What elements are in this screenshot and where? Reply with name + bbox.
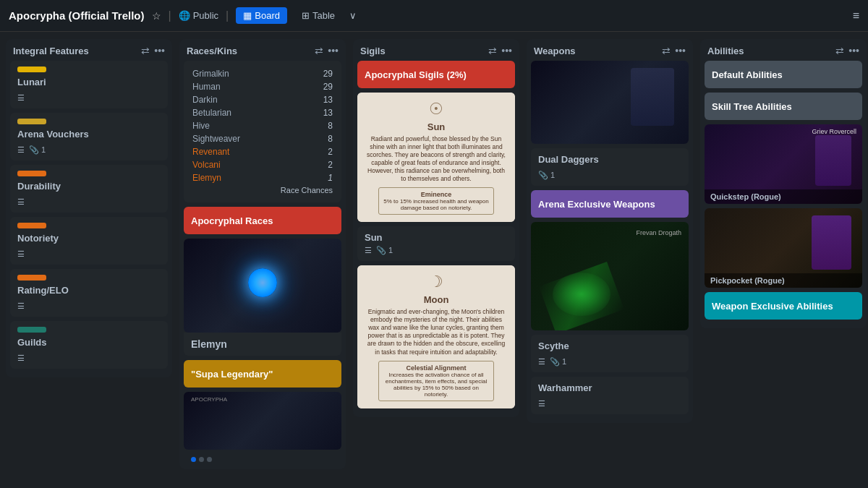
card-lunari-icon: ☰ (17, 93, 25, 103)
card-quickstep-img[interactable]: Quickstep (Rogue) Griev Rovercell (705, 124, 862, 204)
dual-daggers-title: Dual Daggers (538, 154, 681, 165)
card-lunari-title: Lunari (17, 77, 161, 87)
card-durability-title: Durability (17, 181, 161, 192)
add-card-races-icon[interactable]: ⇄ (315, 45, 323, 56)
sun-sigil-symbol: ☉ (365, 100, 508, 119)
elemyn-image (184, 239, 341, 333)
add-card-abilities-icon[interactable]: ⇄ (835, 45, 844, 56)
table-icon: ⊞ (302, 10, 310, 21)
add-card-weapons-icon[interactable]: ⇄ (662, 45, 671, 56)
top-nav: Apocrypha (Official Trello) ☆ | 🌐 Public… (0, 0, 868, 32)
column-body-integral-features: Lunari ☰ Arena Vouchers ☰ 📎 1 Durability (6, 61, 172, 377)
arena-exclusive-title: Arena Exclusive Weapons (538, 199, 655, 210)
card-apocryphal-sigils[interactable]: Apocryphal Sigils (2%) (357, 61, 515, 88)
card-apocryphal-races[interactable]: Apocryphal Races (184, 207, 341, 234)
column-title-abilities: Abilities (707, 46, 744, 56)
card-race-table[interactable]: Grimalkin29 Human29 Darkin13 Betularian1… (184, 61, 341, 202)
column-title-integral-features: Integral Features (13, 46, 89, 56)
column-header-races-kins: Races/Kins ⇄ ••• (179, 39, 346, 61)
card-weapons-img[interactable] (531, 61, 689, 144)
card-sun-sigil[interactable]: ☉ Sun Radiant and powerful, those blesse… (357, 93, 515, 222)
sun-sigil-name: Sun (365, 121, 508, 132)
column-header-weapons: Weapons ⇄ ••• (527, 39, 693, 61)
card-guilds-title: Guilds (17, 337, 161, 348)
card-notoriety[interactable]: Notoriety ☰ (10, 217, 168, 265)
card-arena-vouchers[interactable]: Arena Vouchers ☰ 📎 1 (10, 113, 168, 160)
column-menu-weapons-icon[interactable]: ••• (675, 45, 686, 56)
card-scythe[interactable]: Scythe ☰ 📎 1 (531, 335, 689, 372)
column-integral-features: Integral Features ⇄ ••• Lunari ☰ Arena V… (6, 39, 172, 377)
card-pickpocket-img[interactable]: Pickpocket (Rogue) (705, 208, 862, 288)
column-header-abilities: Abilities ⇄ ••• (700, 39, 867, 61)
hamburger-icon[interactable]: ≡ (853, 9, 859, 22)
scythe-icon: ☰ (538, 357, 545, 367)
card-sun-label[interactable]: Sun ☰ 📎 1 (357, 226, 515, 261)
card-lunari[interactable]: Lunari ☰ (10, 61, 168, 108)
column-menu-abilities-icon[interactable]: ••• (848, 45, 859, 56)
card-guilds[interactable]: Guilds ☰ (10, 321, 168, 369)
board-icon: ▦ (243, 10, 252, 21)
card-warhammer[interactable]: Warhammer ☰ (531, 377, 689, 414)
moon-sigil-desc: Enigmatic and ever-changing, the Moon's … (365, 308, 508, 356)
card-rating-elo-title: Rating/ELO (17, 285, 161, 296)
star-icon[interactable]: ☆ (152, 10, 161, 22)
column-menu-sigils-icon[interactable]: ••• (501, 45, 512, 56)
card-durability[interactable]: Durability ☰ (10, 165, 168, 213)
scythe-badge: 📎 1 (550, 357, 566, 367)
card-apocryphal-races-title: Apocryphal Races (191, 215, 273, 226)
board-view-button[interactable]: ▦ Board (236, 7, 287, 24)
column-sigils: Sigils ⇄ ••• Apocryphal Sigils (2%) ☉ Su… (353, 39, 519, 417)
skill-tree-abilities-title: Skill Tree Abilities (712, 101, 792, 112)
column-body-weapons: Dual Daggers 📎 1 Arena Exclusive Weapons… (527, 61, 693, 423)
column-title-weapons: Weapons (534, 46, 576, 56)
card-supa-legendary-title: "Supa Legendary" (191, 369, 273, 380)
chevron-down-icon[interactable]: ∨ (349, 10, 357, 21)
sun-label-icon: ☰ (365, 246, 372, 255)
column-header-integral-features: Integral Features ⇄ ••• (6, 39, 172, 61)
moon-sigil-name: Moon (365, 294, 508, 305)
dot-row-elemyn (184, 454, 341, 465)
dot-1 (191, 457, 196, 462)
card-elemyn[interactable]: Elemyn (184, 239, 341, 356)
dot-3 (207, 457, 212, 462)
card-dual-daggers[interactable]: Dual Daggers 📎 1 (531, 148, 689, 186)
column-menu-icon[interactable]: ••• (154, 45, 165, 56)
card-rating-elo[interactable]: Rating/ELO ☰ (10, 269, 168, 317)
column-title-sigils: Sigils (360, 46, 386, 56)
column-abilities: Abilities ⇄ ••• Default Abilities Skill … (700, 39, 867, 328)
column-body-abilities: Default Abilities Skill Tree Abilities Q… (700, 61, 867, 328)
dual-daggers-badge: 📎 1 (538, 171, 555, 180)
column-body-sigils: Apocryphal Sigils (2%) ☉ Sun Radiant and… (353, 61, 519, 417)
elemyn-title: Elemyn (191, 338, 334, 350)
column-header-sigils: Sigils ⇄ ••• (353, 39, 519, 61)
sun-sigil-desc: Radiant and powerful, those blessed by t… (365, 135, 508, 183)
moon-sigil-symbol: ☽ (365, 273, 508, 291)
card-arena-vouchers-title: Arena Vouchers (17, 129, 161, 140)
sun-label-badge: 📎 1 (376, 246, 393, 255)
column-title-races-kins: Races/Kins (187, 46, 237, 56)
column-weapons: Weapons ⇄ ••• Dual Daggers 📎 1 (527, 39, 693, 423)
table-view-button[interactable]: ⊞ Table (294, 7, 342, 24)
scythe-title: Scythe (538, 341, 681, 351)
card-supa-legendary[interactable]: "Supa Legendary" (184, 360, 341, 388)
board-label: Board (255, 10, 280, 21)
add-card-icon[interactable]: ⇄ (141, 45, 150, 56)
card-default-abilities[interactable]: Default Abilities (705, 61, 862, 88)
card-scythe-img[interactable]: Frevan Drogath (531, 222, 689, 330)
card-moon-sigil[interactable]: ☽ Moon Enigmatic and ever-changing, the … (357, 265, 515, 408)
add-card-sigils-icon[interactable]: ⇄ (488, 45, 497, 56)
sun-ability-name: Eminence (383, 191, 489, 198)
column-menu-races-icon[interactable]: ••• (328, 45, 339, 56)
column-races-kins: Races/Kins ⇄ ••• Grimalkin29 Human29 Dar… (179, 39, 346, 469)
card-apocrypha-img[interactable]: APOCRYPHA (184, 392, 341, 450)
card-arena-exclusive-weapons[interactable]: Arena Exclusive Weapons (531, 190, 689, 218)
card-skill-tree-abilities[interactable]: Skill Tree Abilities (705, 93, 862, 120)
sun-label-title: Sun (365, 232, 508, 243)
card-weapon-exclusive-abilities[interactable]: Weapon Exclusive Abilities (705, 292, 862, 320)
visibility-label: Public (193, 10, 218, 21)
quickstep-title: Quickstep (Rogue) (710, 192, 856, 201)
card-apocryphal-sigils-title: Apocryphal Sigils (2%) (365, 69, 467, 80)
pickpocket-title: Pickpocket (Rogue) (710, 276, 856, 285)
visibility-button[interactable]: 🌐 Public (179, 10, 218, 21)
table-label: Table (312, 10, 335, 21)
